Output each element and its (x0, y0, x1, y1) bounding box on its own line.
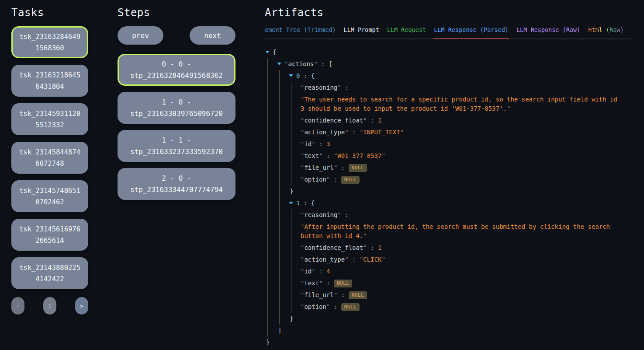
step-button[interactable]: 1 - 1 - stp_231633237333592370 (118, 130, 235, 162)
null-badge: NULL (341, 303, 360, 311)
task-button[interactable]: tsk_231459311205512332 (11, 103, 88, 135)
json-row: "confidence_float" : 1 (301, 242, 620, 254)
steps-title: Steps (118, 6, 235, 19)
task-list: tsk_231632846491568360tsk_23163218645643… (11, 26, 88, 289)
json-row: "option" : NULL (301, 301, 620, 313)
json-row: "action_type" : "INPUT_TEXT" (301, 126, 620, 138)
json-viewer: {"actions" : [0 : {"reasoning" :"The use… (265, 46, 620, 348)
null-badge: NULL (341, 176, 360, 184)
json-row: 0 : { (289, 70, 620, 82)
tab-llm-request[interactable]: LLM Request (387, 26, 426, 34)
next-step-button[interactable]: next (190, 26, 235, 45)
collapse-arrow-icon[interactable] (277, 63, 281, 65)
step-button[interactable]: 1 - 0 - stp_231633039765096720 (118, 92, 235, 124)
pagination-prev-button[interactable]: < (11, 297, 24, 315)
json-row: "text" : NULL (301, 277, 620, 289)
task-button[interactable]: tsk_231632186456431804 (11, 65, 88, 97)
task-button[interactable]: tsk_231457486510702462 (11, 180, 88, 212)
json-row: "file_url" : NULL (301, 289, 620, 301)
json-row: 1 : { (289, 197, 620, 209)
collapse-arrow-icon[interactable] (289, 202, 293, 204)
null-badge: NULL (349, 291, 367, 299)
json-row: "id" : 4 (301, 266, 620, 277)
json-children: "reasoning" :"After inputting the produc… (291, 209, 620, 313)
json-row: "action_type" : "CLICK" (301, 254, 620, 266)
task-button[interactable]: tsk_231456169762665614 (11, 219, 88, 251)
tab-html-raw[interactable]: Html (Raw) (588, 26, 623, 34)
steps-nav-row: prev next (118, 26, 235, 45)
null-badge: NULL (349, 164, 367, 172)
task-button[interactable]: tsk_231438802254142422 (11, 257, 88, 289)
tasks-panel: Tasks tsk_231632846491568360tsk_23163218… (11, 0, 88, 315)
artifacts-title: Artifacts (265, 6, 632, 19)
json-row: "reasoning" : (301, 82, 620, 94)
json-row: } (289, 313, 620, 325)
json-row: "reasoning" : (301, 209, 620, 221)
task-button[interactable]: tsk_231632846491568360 (11, 26, 88, 58)
json-row: } (289, 186, 620, 197)
step-list: 0 - 0 - stp_2316328464915683621 - 0 - st… (118, 54, 235, 200)
json-row: "The user needs to search for a specific… (301, 94, 620, 115)
json-row: "file_url" : NULL (301, 162, 620, 174)
null-badge: NULL (334, 280, 353, 287)
collapse-arrow-icon[interactable] (289, 74, 293, 77)
json-children: "reasoning" :"The user needs to search f… (291, 82, 620, 186)
json-row: ] (277, 325, 620, 336)
tab-llm-prompt[interactable]: LLM Prompt (344, 26, 379, 34)
step-button[interactable]: 0 - 0 - stp_231632846491568362 (118, 54, 235, 86)
json-row: "actions" : [ (277, 58, 620, 70)
json-children: 0 : {"reasoning" :"The user needs to sea… (279, 70, 620, 325)
tab-llm-response-raw[interactable]: LLM Response (Raw) (516, 26, 580, 34)
pagination-next-button[interactable]: > (75, 297, 88, 315)
json-row: { (265, 46, 620, 58)
collapse-arrow-icon[interactable] (265, 51, 270, 53)
json-row: "confidence_float" : 1 (301, 115, 620, 126)
json-row: "text" : "W01-377-8537" (301, 150, 620, 162)
steps-panel: Steps prev next 0 - 0 - stp_231632846491… (118, 0, 235, 206)
artifact-tabs: ement Tree (Trimmed)LLM PromptLLM Reques… (265, 26, 631, 39)
prev-step-button[interactable]: prev (118, 26, 163, 45)
json-row: "After inputting the product id, the sea… (301, 221, 620, 242)
tasks-pagination: < 1 > (11, 297, 88, 315)
json-row: "option" : NULL (301, 174, 620, 186)
tasks-title: Tasks (11, 6, 88, 19)
json-row: "id" : 3 (301, 138, 620, 150)
pagination-page-button[interactable]: 1 (43, 297, 56, 315)
tab-llm-response-parsed[interactable]: LLM Response (Parsed) (434, 26, 509, 34)
step-button[interactable]: 2 - 0 - stp_231633344707774794 (118, 168, 235, 200)
json-row: } (265, 336, 620, 348)
json-children: "actions" : [0 : {"reasoning" :"The user… (267, 58, 620, 336)
artifacts-panel: Artifacts ement Tree (Trimmed)LLM Prompt… (265, 0, 632, 348)
tab-ement-tree-trimmed[interactable]: ement Tree (Trimmed) (265, 26, 336, 34)
task-button[interactable]: tsk_231458448746072748 (11, 142, 88, 174)
